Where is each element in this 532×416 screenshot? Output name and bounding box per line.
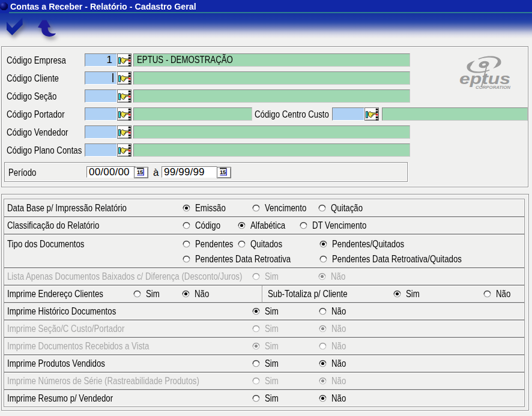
svg-text:15: 15 xyxy=(137,169,144,175)
svg-text:15: 15 xyxy=(220,169,226,175)
svg-text:CORPORATION: CORPORATION xyxy=(476,85,511,89)
